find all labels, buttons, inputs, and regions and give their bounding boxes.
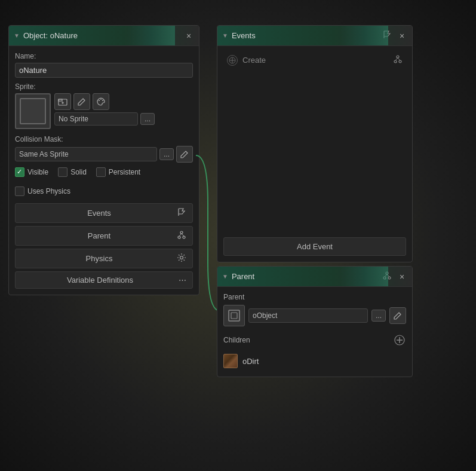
parent-panel-title: Parent [232, 272, 254, 281]
child-item[interactable]: oDirt [223, 351, 406, 371]
children-label: Children [223, 336, 250, 344]
visible-checkbox-item[interactable]: Visible [15, 167, 48, 177]
child-sprite-icon [223, 354, 238, 368]
svg-point-7 [180, 231, 183, 234]
svg-line-20 [398, 58, 400, 60]
object-panel-title: Object: oNature [23, 31, 78, 40]
parent-collapse-arrow[interactable]: ▼ [222, 273, 228, 280]
events-panel-close-button[interactable]: × [397, 30, 407, 41]
events-body: Create [217, 46, 412, 231]
parent-edit-button[interactable] [389, 307, 406, 324]
object-panel-body: Name: Sprite: [9, 46, 199, 295]
svg-rect-26 [229, 310, 239, 321]
children-header: Children [223, 334, 406, 347]
svg-point-12 [180, 256, 183, 259]
svg-point-6 [102, 100, 103, 101]
create-row: Create [221, 50, 409, 71]
collision-dots-button[interactable]: ... [159, 148, 174, 160]
solid-checkbox-item[interactable]: Solid [58, 167, 87, 177]
parent-object-input[interactable] [248, 308, 368, 323]
parent-section-label: Parent [223, 293, 406, 301]
create-icon [227, 55, 238, 66]
parent-header-icons: × [382, 271, 407, 282]
child-name-label: oDirt [242, 357, 259, 366]
svg-line-10 [179, 234, 182, 236]
events-collapse-arrow[interactable]: ▼ [222, 32, 228, 39]
parent-panel-header: ▼ Parent × [217, 267, 412, 287]
svg-line-25 [387, 274, 389, 277]
collision-input[interactable] [15, 147, 157, 161]
create-label: Create [242, 56, 266, 65]
svg-line-24 [385, 274, 387, 277]
variable-definitions-button-label: Variable Definitions [22, 276, 179, 285]
parent-dots-button[interactable]: ... [371, 310, 386, 322]
persistent-checkbox[interactable] [96, 167, 106, 177]
svg-point-16 [397, 56, 399, 58]
events-flag-header-icon [382, 30, 392, 41]
add-event-button[interactable]: Add Event [223, 237, 406, 256]
uses-physics-checkbox-item[interactable]: Uses Physics [15, 186, 70, 196]
parent-panel-close-button[interactable]: × [397, 271, 407, 282]
variable-definitions-button[interactable]: Variable Definitions ⋯ [15, 271, 193, 289]
sprite-name-input[interactable] [54, 112, 138, 126]
svg-point-9 [183, 236, 185, 238]
uses-physics-label: Uses Physics [27, 187, 70, 195]
sprite-add-button[interactable] [54, 93, 71, 110]
checkboxes-row: Visible Solid Persistent Uses Physics [15, 167, 193, 196]
collision-edit-button[interactable] [176, 146, 193, 163]
visible-label: Visible [27, 168, 48, 176]
persistent-checkbox-item[interactable]: Persistent [96, 167, 140, 177]
svg-point-21 [386, 272, 388, 274]
parent-icon-box [223, 305, 245, 326]
sprite-controls: ... [54, 93, 155, 126]
solid-label: Solid [70, 168, 87, 176]
svg-rect-27 [231, 313, 237, 319]
physics-button[interactable]: Physics [15, 249, 193, 268]
sprite-preview[interactable] [15, 93, 51, 129]
sprite-label: Sprite: [15, 82, 193, 91]
action-buttons: Events Parent [15, 203, 193, 289]
collision-section: Collision Mask: ... [15, 135, 193, 163]
sprite-top-buttons [54, 93, 155, 110]
object-panel: ▼ Object: oNature × Name: Sprite: [8, 25, 199, 295]
visible-checkbox[interactable] [15, 167, 24, 177]
collapse-arrow-icon[interactable]: ▼ [14, 32, 20, 39]
parent-nodes-icon [177, 230, 186, 241]
physics-button-label: Physics [22, 254, 177, 263]
name-input[interactable] [15, 63, 193, 78]
sprite-row: ... [15, 93, 193, 129]
parent-panel: ▼ Parent × Parent [217, 266, 413, 377]
connector-svg [196, 233, 220, 329]
events-nodes-icon [393, 54, 403, 66]
events-panel-title: Events [232, 31, 256, 40]
sprite-dots-button[interactable]: ... [140, 113, 155, 125]
solid-checkbox[interactable] [58, 167, 67, 177]
svg-point-22 [383, 277, 386, 279]
sprite-section: Sprite: [15, 82, 193, 129]
events-button[interactable]: Events [15, 203, 193, 223]
svg-line-11 [182, 234, 184, 236]
sprite-color-button[interactable] [93, 93, 109, 110]
add-child-button[interactable] [393, 334, 406, 347]
parent-row: ... [223, 305, 406, 326]
object-panel-header: ▼ Object: oNature × [9, 26, 199, 46]
svg-point-17 [394, 60, 397, 63]
sprite-preview-inner [20, 98, 46, 124]
collision-row: ... [15, 146, 193, 163]
sprite-edit-button[interactable] [73, 93, 90, 110]
events-button-label: Events [22, 209, 177, 218]
uses-physics-checkbox[interactable] [15, 186, 24, 196]
events-panel-header: ▼ Events × [217, 26, 412, 46]
parent-button-label: Parent [22, 231, 177, 240]
parent-body: Parent ... Children [217, 287, 412, 377]
name-label: Name: [15, 52, 193, 60]
parent-button[interactable]: Parent [15, 226, 193, 246]
object-panel-close-button[interactable]: × [183, 30, 194, 41]
svg-line-19 [395, 58, 398, 60]
svg-point-5 [100, 99, 102, 100]
collision-label: Collision Mask: [15, 135, 193, 143]
events-header-icons: × [382, 30, 407, 41]
svg-point-8 [178, 236, 180, 238]
parent-nodes-header-icon [382, 271, 392, 282]
svg-point-23 [388, 277, 391, 279]
